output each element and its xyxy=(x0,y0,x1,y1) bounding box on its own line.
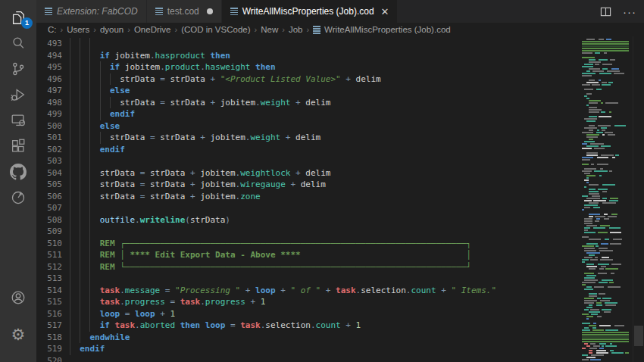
code-line[interactable]: strData = strData + jobitem.zone xyxy=(70,191,579,203)
editor-actions: ··· xyxy=(600,0,636,23)
code-line[interactable] xyxy=(70,155,579,167)
code-line[interactable]: if jobitem.hasproduct then xyxy=(70,50,579,62)
breadcrumb-file[interactable]: WriteAllMiscProperties (Job).cod xyxy=(324,25,451,34)
line-number: 516 xyxy=(36,308,62,320)
code-line[interactable]: strData = strData + jobitem.weightlock +… xyxy=(70,167,579,179)
extensions-icon[interactable] xyxy=(0,133,36,159)
run-debug-icon[interactable] xyxy=(0,82,36,108)
cod-file-icon xyxy=(155,8,163,16)
tab-extension-fabcod[interactable]: Extension: FabCOD xyxy=(36,0,146,23)
code-line[interactable] xyxy=(70,38,579,50)
split-editor-icon[interactable] xyxy=(600,6,611,17)
breadcrumb-item[interactable]: C: xyxy=(48,25,57,34)
tab-label: test.cod xyxy=(167,6,199,17)
code-line[interactable]: else xyxy=(70,85,579,97)
line-number: 520 xyxy=(36,355,62,362)
line-number: 514 xyxy=(36,285,62,297)
breadcrumb-separator: › xyxy=(93,25,96,34)
breadcrumb-separator: › xyxy=(282,25,285,34)
code-line[interactable]: endif xyxy=(70,343,579,355)
code-line[interactable]: if jobitem.product.hasweight then xyxy=(70,61,579,73)
explorer-badge: 1 xyxy=(21,17,33,29)
code-line[interactable] xyxy=(70,226,579,238)
code-line[interactable]: loop = loop + 1 xyxy=(70,308,579,320)
breadcrumb-separator: › xyxy=(61,25,64,34)
close-tab-icon[interactable]: ✕ xyxy=(381,7,389,17)
line-number: 496 xyxy=(36,73,62,86)
explorer-icon[interactable]: 1 xyxy=(0,5,36,30)
code-line[interactable] xyxy=(70,202,579,214)
account-icon[interactable] xyxy=(0,285,36,311)
line-number: 513 xyxy=(36,273,62,285)
cod-file-icon xyxy=(230,8,238,16)
code-line[interactable]: endif xyxy=(70,144,579,156)
line-number: 515 xyxy=(36,296,62,308)
tab-label: WriteAllMiscProperties (Job).cod xyxy=(242,6,374,17)
line-number: 494 xyxy=(36,50,62,62)
code-line[interactable]: strData = strData + "<Product Listed Val… xyxy=(70,73,579,86)
code-area[interactable]: if jobitem.hasproduct thenif jobitem.pro… xyxy=(70,38,579,362)
editor[interactable]: 4934944954964974984995005015025035045055… xyxy=(36,36,644,362)
remote-explorer-icon[interactable] xyxy=(0,108,36,133)
breadcrumb-separator: › xyxy=(306,25,309,34)
vscode-window: 1 ⚙ Extension: xyxy=(0,0,644,362)
line-number: 500 xyxy=(36,120,62,133)
breadcrumb-item[interactable]: dyoun xyxy=(100,25,123,34)
line-number: 510 xyxy=(36,238,62,250)
tab-test-cod[interactable]: test.cod xyxy=(147,0,221,23)
minimap[interactable] xyxy=(582,39,632,362)
breadcrumb: C:›Users›dyoun›OneDrive›(COD in VSCode)›… xyxy=(36,23,644,36)
breadcrumb-separator: › xyxy=(127,25,130,34)
code-line[interactable]: REM ┌───────────────────────────────────… xyxy=(70,238,579,250)
more-actions-icon[interactable]: ··· xyxy=(623,5,636,18)
line-number: 501 xyxy=(36,132,62,144)
line-number: 509 xyxy=(36,226,62,238)
line-number: 497 xyxy=(36,85,62,97)
github-icon[interactable] xyxy=(0,159,36,185)
line-number: 505 xyxy=(36,179,62,191)
code-line[interactable] xyxy=(70,273,579,285)
code-line[interactable]: else xyxy=(70,120,579,133)
code-line[interactable]: task.message = "Processing " + loop + " … xyxy=(70,285,579,297)
code-line[interactable]: outfile.writeline(strData) xyxy=(70,214,579,226)
breadcrumb-item[interactable]: (COD in VSCode) xyxy=(181,25,250,34)
line-number: 519 xyxy=(36,343,62,355)
line-number: 493 xyxy=(36,38,62,50)
line-number: 504 xyxy=(36,167,62,179)
line-number: 499 xyxy=(36,108,62,120)
line-number: 518 xyxy=(36,332,62,344)
code-line[interactable]: strData = strData + jobitem.weight + del… xyxy=(70,97,579,109)
scrollbar[interactable] xyxy=(633,36,644,362)
settings-gear-icon[interactable]: ⚙ xyxy=(0,321,36,347)
code-line[interactable]: REM │ **** Edit Export Data - Above ****… xyxy=(70,249,579,261)
breadcrumb-item[interactable]: Job xyxy=(289,25,303,34)
code-line[interactable] xyxy=(70,355,579,362)
breadcrumb-item[interactable]: New xyxy=(261,25,278,34)
code-line[interactable]: if task.aborted then loop = task.selecti… xyxy=(70,320,579,332)
code-line[interactable]: task.progress = task.progress + 1 xyxy=(70,296,579,308)
line-numbers: 4934944954964974984995005015025035045055… xyxy=(36,38,62,362)
source-control-icon[interactable] xyxy=(0,56,36,82)
search-icon[interactable] xyxy=(0,30,36,56)
breadcrumb-item[interactable]: Users xyxy=(67,25,89,34)
line-number: 508 xyxy=(36,214,62,226)
code-line[interactable]: strData = strData + jobitem.weight + del… xyxy=(70,132,579,144)
code-line[interactable]: endif xyxy=(70,108,579,120)
tab-bar: Extension: FabCOD test.cod WriteAllMiscP… xyxy=(36,0,644,23)
tab-label: Extension: FabCOD xyxy=(57,6,138,17)
breadcrumb-separator: › xyxy=(255,25,258,34)
cod-file-icon xyxy=(45,8,52,16)
code-line[interactable]: REM └───────────────────────────────────… xyxy=(70,261,579,273)
breadcrumb-item[interactable]: OneDrive xyxy=(134,25,171,34)
line-number: 512 xyxy=(36,261,62,273)
modified-dot-icon[interactable] xyxy=(207,8,213,14)
code-line[interactable]: endwhile xyxy=(70,332,579,344)
code-line[interactable]: strData = strData + jobitem.wiregauge + … xyxy=(70,179,579,191)
history-icon[interactable] xyxy=(0,185,36,211)
activity-bar: 1 ⚙ xyxy=(0,0,36,362)
scrollbar-thumb[interactable] xyxy=(634,326,643,346)
line-number: 498 xyxy=(36,97,62,109)
line-number: 495 xyxy=(36,61,62,73)
tab-writeallmiscproperties[interactable]: WriteAllMiscProperties (Job).cod ✕ xyxy=(222,0,398,23)
line-number: 503 xyxy=(36,155,62,167)
